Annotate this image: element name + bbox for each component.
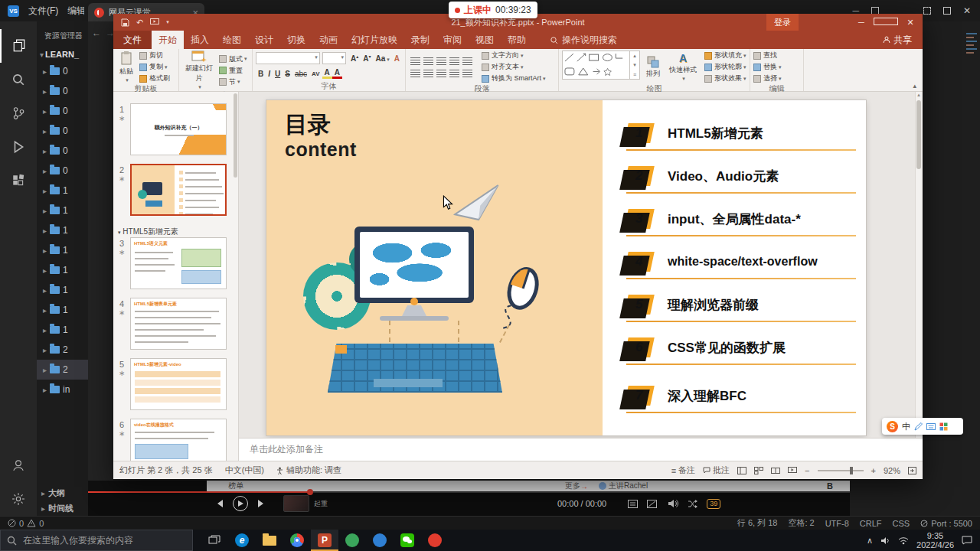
fit-to-window-icon[interactable] — [908, 467, 916, 474]
taskbar-netease-icon[interactable] — [421, 530, 449, 551]
slide-thumbnail-3[interactable]: HTML5语义元素 — [130, 237, 227, 289]
slide-thumbnail-1[interactable]: 额外知识补充（一） — [130, 103, 227, 155]
cursor-position[interactable]: 行 6, 列 18 — [737, 517, 778, 529]
smartart-button[interactable]: 转换为 SmartArt▾ — [482, 73, 546, 83]
char-spacing-button[interactable]: AV — [309, 70, 322, 77]
change-case-button[interactable]: Aa▾ — [373, 54, 391, 63]
speed-badge[interactable]: 39 — [707, 499, 720, 509]
format-painter-button[interactable]: 格式刷 — [139, 73, 170, 83]
increase-indent-icon[interactable] — [449, 57, 459, 65]
live-server-port[interactable]: Port : 5500 — [920, 519, 972, 528]
taskbar-chrome-icon[interactable] — [283, 530, 311, 551]
timeline-section[interactable]: ▸时间线 — [37, 500, 88, 516]
share-button[interactable]: 共享 — [883, 31, 923, 49]
tray-network-icon[interactable] — [898, 536, 909, 545]
taskbar-powerpoint-icon[interactable]: P — [311, 530, 338, 551]
accessibility-status[interactable]: 辅助功能: 调查 — [276, 465, 341, 476]
action-center-icon[interactable] — [962, 536, 972, 545]
notes-pane[interactable]: 单击此处添加备注 — [239, 438, 923, 461]
account-icon[interactable] — [0, 448, 37, 482]
tree-item[interactable]: ▸0 — [37, 61, 88, 81]
shape-effects-button[interactable]: 形状效果▾ — [704, 73, 746, 83]
taskbar-blue-app-icon[interactable] — [366, 530, 394, 551]
tree-item[interactable]: ▸1 — [37, 240, 88, 260]
justify-icon[interactable] — [449, 69, 459, 77]
sign-in-button[interactable]: 登录 — [766, 14, 799, 31]
bold-button[interactable]: B — [827, 481, 833, 491]
tree-item[interactable]: ▸1 — [37, 300, 88, 320]
tree-item[interactable]: ▸1 — [37, 280, 88, 300]
normal-view-icon[interactable] — [737, 467, 746, 474]
source-control-icon[interactable] — [0, 96, 37, 130]
align-left-icon[interactable] — [410, 69, 420, 77]
new-slide-button[interactable]: 新建幻灯片▾ — [182, 51, 216, 90]
search-icon[interactable] — [0, 63, 37, 96]
bold-button[interactable]: B — [256, 70, 266, 78]
tree-item[interactable]: ▸0 — [37, 121, 88, 141]
language-mode[interactable]: CSS — [893, 519, 910, 528]
tree-item[interactable]: ▸1 — [37, 181, 88, 201]
ime-mode[interactable]: 中 — [902, 421, 910, 432]
play-icon[interactable] — [233, 496, 248, 511]
toolbox-icon[interactable] — [939, 422, 948, 431]
slideshow-view-icon[interactable] — [788, 467, 797, 474]
shape-outline-button[interactable]: 形状轮廓▾ — [704, 62, 746, 72]
taskbar-edge-icon[interactable]: e — [228, 530, 256, 551]
tab-file[interactable]: 文件 — [113, 31, 152, 49]
grow-font-button[interactable]: A▴ — [348, 54, 361, 63]
quick-styles-button[interactable]: A 快速样式▾ — [666, 51, 700, 83]
tree-item[interactable]: ▸1 — [37, 320, 88, 340]
save-icon[interactable] — [121, 18, 129, 27]
input-method-bar[interactable]: S 中 — [882, 418, 963, 435]
taskbar-file-explorer-icon[interactable] — [256, 530, 283, 551]
tab-animations[interactable]: 动画 — [312, 31, 345, 49]
next-icon[interactable] — [257, 499, 266, 508]
run-debug-icon[interactable] — [0, 130, 37, 164]
eol-sequence[interactable]: CRLF — [860, 519, 882, 528]
italic-button[interactable]: I — [266, 70, 273, 78]
tell-me-search[interactable]: 操作说明搜索 — [550, 31, 617, 49]
tree-item[interactable]: ▸0 — [37, 141, 88, 161]
select-button[interactable]: 选择▾ — [753, 73, 782, 83]
paste-button[interactable]: 粘贴▾ — [116, 51, 136, 83]
taskbar-clock[interactable]: 9:35 2022/4/26 — [916, 531, 954, 549]
indentation[interactable]: 空格: 2 — [788, 517, 814, 529]
columns-icon[interactable] — [462, 69, 472, 77]
ppt-minimize-icon[interactable]: ─ — [849, 18, 874, 27]
font-size-combo[interactable] — [322, 52, 346, 64]
zoom-out-icon[interactable]: − — [805, 466, 809, 475]
tree-item[interactable]: ▸0 — [37, 161, 88, 181]
tab-record[interactable]: 录制 — [404, 31, 436, 49]
slide-thumbnail-2-selected[interactable] — [130, 164, 227, 216]
undo-icon[interactable]: ↶ — [136, 18, 143, 28]
tree-item[interactable]: ▸0 — [37, 101, 88, 121]
shrink-font-button[interactable]: A▾ — [361, 54, 373, 63]
underline-button[interactable]: U — [273, 70, 283, 78]
bullet-list-icon[interactable] — [410, 57, 420, 65]
explorer-icon[interactable] — [0, 29, 37, 63]
tab-transitions[interactable]: 切换 — [280, 31, 312, 49]
sogou-logo-icon[interactable]: S — [887, 421, 898, 432]
tray-expand-icon[interactable]: ∧ — [867, 536, 873, 546]
outline-section[interactable]: ▸大纲 — [37, 485, 88, 500]
canvas-scrollbar[interactable]: ▴ — [915, 92, 922, 438]
reset-button[interactable]: 重置 — [219, 66, 247, 76]
problems-indicator[interactable]: 0 0 — [8, 519, 44, 528]
align-center-icon[interactable] — [423, 69, 433, 77]
copy-button[interactable]: 复制▾ — [139, 62, 170, 72]
tree-item[interactable]: ▸1 — [37, 260, 88, 280]
language-indicator[interactable]: 中文(中国) — [225, 465, 264, 476]
line-spacing-icon[interactable] — [462, 57, 472, 65]
font-color-button[interactable]: A — [332, 69, 342, 79]
qat-customize-icon[interactable]: ▾ — [166, 19, 169, 25]
current-slide[interactable]: 目录 content — [266, 100, 866, 435]
tab-help[interactable]: 帮助 — [501, 31, 533, 49]
more-button[interactable]: 更多 — [565, 481, 580, 491]
slide-thumbnail-6[interactable]: video在线播放格式 — [130, 419, 227, 461]
decrease-indent-icon[interactable] — [436, 57, 446, 65]
tray-volume-icon[interactable] — [880, 536, 890, 545]
slide-thumbnail-4[interactable]: HTML5新增表单元素 — [130, 298, 227, 350]
playlist-icon[interactable] — [628, 500, 638, 508]
pen-icon[interactable] — [914, 422, 923, 431]
font-name-combo[interactable] — [256, 52, 320, 64]
